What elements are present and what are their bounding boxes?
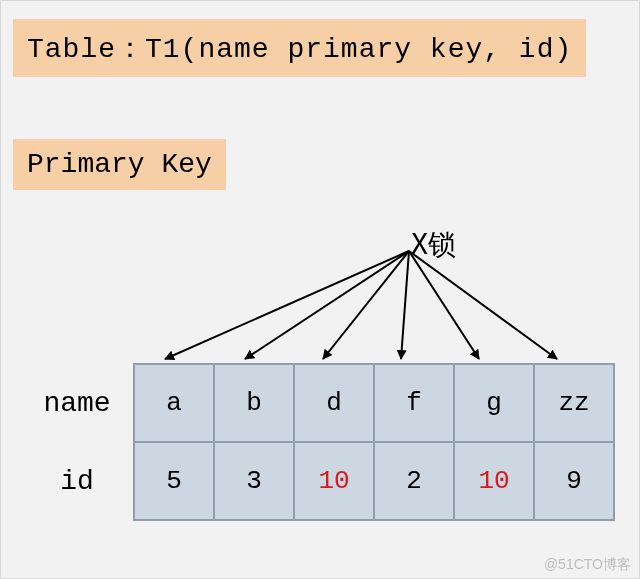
svg-line-4 (409, 251, 479, 359)
index-table: name a b d f g zz id 5 3 10 2 10 9 (21, 363, 615, 521)
id-cell: 2 (374, 442, 454, 520)
diagram-canvas: Table：T1(name primary key, id) Primary K… (0, 0, 640, 579)
x-lock-label: X锁 (411, 226, 456, 264)
table-row: id 5 3 10 2 10 9 (21, 442, 614, 520)
name-cell: zz (534, 364, 614, 442)
id-cell: 10 (454, 442, 534, 520)
table-definition-label: Table：T1(name primary key, id) (13, 19, 586, 77)
row-header-id: id (21, 442, 134, 520)
name-cell: f (374, 364, 454, 442)
name-cell: b (214, 364, 294, 442)
watermark: @51CTO博客 (544, 556, 631, 574)
id-cell: 3 (214, 442, 294, 520)
index-table-wrap: name a b d f g zz id 5 3 10 2 10 9 (21, 363, 615, 521)
table-row: name a b d f g zz (21, 364, 614, 442)
svg-line-2 (323, 251, 409, 359)
svg-line-1 (245, 251, 409, 359)
row-header-name: name (21, 364, 134, 442)
name-cell: a (134, 364, 214, 442)
svg-line-3 (401, 251, 409, 359)
svg-line-0 (165, 251, 409, 359)
name-cell: g (454, 364, 534, 442)
primary-key-label: Primary Key (13, 139, 226, 190)
svg-line-5 (409, 251, 557, 359)
name-cell: d (294, 364, 374, 442)
id-cell: 5 (134, 442, 214, 520)
id-cell: 10 (294, 442, 374, 520)
id-cell: 9 (534, 442, 614, 520)
